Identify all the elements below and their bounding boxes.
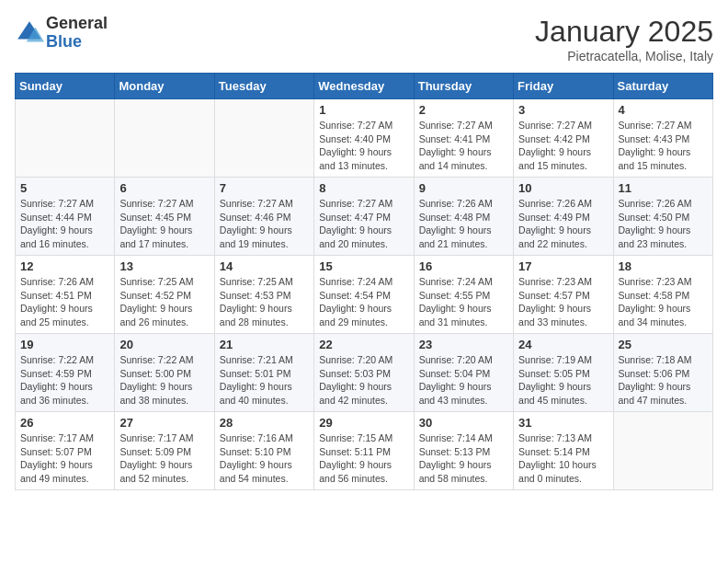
- weekday-header-tuesday: Tuesday: [214, 74, 313, 99]
- calendar-day-cell: 20Sunrise: 7:22 AM Sunset: 5:00 PM Dayli…: [115, 334, 214, 412]
- day-number: 1: [319, 103, 408, 117]
- day-info: Sunrise: 7:27 AM Sunset: 4:40 PM Dayligh…: [319, 119, 408, 173]
- calendar-day-cell: 7Sunrise: 7:27 AM Sunset: 4:46 PM Daylig…: [214, 178, 313, 256]
- day-number: 26: [20, 416, 109, 430]
- logo-icon: [15, 18, 44, 48]
- day-number: 20: [119, 338, 209, 351]
- day-number: 12: [20, 259, 109, 273]
- logo-general: General: [46, 15, 108, 33]
- calendar-day-cell: 1Sunrise: 7:27 AM Sunset: 4:40 PM Daylig…: [314, 99, 414, 178]
- day-number: 7: [220, 181, 309, 195]
- calendar-day-cell: 31Sunrise: 7:13 AM Sunset: 5:14 PM Dayli…: [514, 412, 613, 490]
- day-number: 23: [419, 338, 508, 351]
- calendar-day-cell: 28Sunrise: 7:16 AM Sunset: 5:10 PM Dayli…: [214, 412, 313, 490]
- day-number: 15: [319, 259, 408, 273]
- calendar-day-cell: 19Sunrise: 7:22 AM Sunset: 4:59 PM Dayli…: [16, 334, 115, 412]
- day-info: Sunrise: 7:13 AM Sunset: 5:14 PM Dayligh…: [518, 431, 608, 486]
- day-info: Sunrise: 7:23 AM Sunset: 4:58 PM Dayligh…: [619, 275, 708, 329]
- calendar-day-cell: 15Sunrise: 7:24 AM Sunset: 4:54 PM Dayli…: [314, 256, 414, 334]
- day-info: Sunrise: 7:27 AM Sunset: 4:45 PM Dayligh…: [119, 197, 209, 251]
- day-number: 2: [419, 103, 508, 117]
- day-info: Sunrise: 7:20 AM Sunset: 5:04 PM Dayligh…: [419, 353, 508, 408]
- weekday-header-friday: Friday: [514, 74, 613, 99]
- calendar-day-cell: 24Sunrise: 7:19 AM Sunset: 5:05 PM Dayli…: [514, 334, 613, 412]
- calendar-day-cell: 3Sunrise: 7:27 AM Sunset: 4:42 PM Daylig…: [514, 99, 613, 178]
- day-number: 24: [518, 338, 608, 351]
- calendar-week-row: 19Sunrise: 7:22 AM Sunset: 4:59 PM Dayli…: [16, 334, 713, 412]
- day-info: Sunrise: 7:24 AM Sunset: 4:54 PM Dayligh…: [319, 275, 408, 329]
- day-info: Sunrise: 7:27 AM Sunset: 4:46 PM Dayligh…: [220, 197, 309, 251]
- calendar-day-cell: 9Sunrise: 7:26 AM Sunset: 4:48 PM Daylig…: [414, 178, 513, 256]
- calendar-day-cell: 22Sunrise: 7:20 AM Sunset: 5:03 PM Dayli…: [314, 334, 414, 412]
- calendar-day-cell: 29Sunrise: 7:15 AM Sunset: 5:11 PM Dayli…: [314, 412, 414, 490]
- calendar-table: SundayMondayTuesdayWednesdayThursdayFrid…: [15, 73, 713, 490]
- day-number: 22: [319, 338, 408, 351]
- day-number: 4: [619, 103, 708, 117]
- day-number: 16: [419, 259, 508, 273]
- day-number: 18: [619, 259, 708, 273]
- day-number: 14: [220, 259, 309, 273]
- page-header: General Blue January 2025 Pietracatella,…: [15, 15, 713, 63]
- location-subtitle: Pietracatella, Molise, Italy: [535, 49, 713, 63]
- day-number: 3: [518, 103, 608, 117]
- day-info: Sunrise: 7:27 AM Sunset: 4:43 PM Dayligh…: [619, 119, 708, 173]
- calendar-day-cell: [613, 412, 712, 490]
- day-info: Sunrise: 7:23 AM Sunset: 4:57 PM Dayligh…: [518, 275, 608, 329]
- calendar-day-cell: 18Sunrise: 7:23 AM Sunset: 4:58 PM Dayli…: [613, 256, 712, 334]
- day-info: Sunrise: 7:27 AM Sunset: 4:47 PM Dayligh…: [319, 197, 408, 251]
- day-number: 28: [220, 416, 309, 430]
- day-info: Sunrise: 7:25 AM Sunset: 4:53 PM Dayligh…: [220, 275, 309, 329]
- day-number: 31: [518, 416, 608, 430]
- day-info: Sunrise: 7:25 AM Sunset: 4:52 PM Dayligh…: [119, 275, 209, 329]
- day-number: 27: [119, 416, 209, 430]
- day-info: Sunrise: 7:22 AM Sunset: 5:00 PM Dayligh…: [119, 353, 209, 408]
- day-info: Sunrise: 7:27 AM Sunset: 4:42 PM Dayligh…: [518, 119, 608, 173]
- calendar-day-cell: 23Sunrise: 7:20 AM Sunset: 5:04 PM Dayli…: [414, 334, 513, 412]
- weekday-header-saturday: Saturday: [613, 74, 712, 99]
- day-info: Sunrise: 7:26 AM Sunset: 4:51 PM Dayligh…: [20, 275, 109, 329]
- day-info: Sunrise: 7:27 AM Sunset: 4:41 PM Dayligh…: [419, 119, 508, 173]
- day-info: Sunrise: 7:17 AM Sunset: 5:07 PM Dayligh…: [20, 431, 109, 486]
- logo: General Blue: [15, 15, 108, 52]
- title-block: January 2025 Pietracatella, Molise, Ital…: [535, 15, 713, 63]
- day-info: Sunrise: 7:21 AM Sunset: 5:01 PM Dayligh…: [220, 353, 309, 408]
- calendar-day-cell: 12Sunrise: 7:26 AM Sunset: 4:51 PM Dayli…: [16, 256, 115, 334]
- day-number: 30: [419, 416, 508, 430]
- weekday-header-thursday: Thursday: [414, 74, 513, 99]
- day-info: Sunrise: 7:16 AM Sunset: 5:10 PM Dayligh…: [220, 431, 309, 486]
- day-info: Sunrise: 7:20 AM Sunset: 5:03 PM Dayligh…: [319, 353, 408, 408]
- calendar-day-cell: 14Sunrise: 7:25 AM Sunset: 4:53 PM Dayli…: [214, 256, 313, 334]
- calendar-week-row: 12Sunrise: 7:26 AM Sunset: 4:51 PM Dayli…: [16, 256, 713, 334]
- weekday-header-wednesday: Wednesday: [314, 74, 414, 99]
- calendar-day-cell: 8Sunrise: 7:27 AM Sunset: 4:47 PM Daylig…: [314, 178, 414, 256]
- day-number: 10: [518, 181, 608, 195]
- day-number: 8: [319, 181, 408, 195]
- day-number: 11: [619, 181, 708, 195]
- day-number: 21: [220, 338, 309, 351]
- calendar-day-cell: [214, 99, 313, 178]
- calendar-day-cell: 21Sunrise: 7:21 AM Sunset: 5:01 PM Dayli…: [214, 334, 313, 412]
- calendar-week-row: 5Sunrise: 7:27 AM Sunset: 4:44 PM Daylig…: [16, 178, 713, 256]
- calendar-day-cell: 13Sunrise: 7:25 AM Sunset: 4:52 PM Dayli…: [115, 256, 214, 334]
- day-info: Sunrise: 7:26 AM Sunset: 4:49 PM Dayligh…: [518, 197, 608, 251]
- day-number: 13: [119, 259, 209, 273]
- day-number: 9: [419, 181, 508, 195]
- month-title: January 2025: [535, 15, 713, 49]
- calendar-day-cell: 30Sunrise: 7:14 AM Sunset: 5:13 PM Dayli…: [414, 412, 513, 490]
- day-info: Sunrise: 7:18 AM Sunset: 5:06 PM Dayligh…: [619, 353, 708, 408]
- calendar-week-row: 26Sunrise: 7:17 AM Sunset: 5:07 PM Dayli…: [16, 412, 713, 490]
- calendar-day-cell: 5Sunrise: 7:27 AM Sunset: 4:44 PM Daylig…: [16, 178, 115, 256]
- day-info: Sunrise: 7:26 AM Sunset: 4:50 PM Dayligh…: [619, 197, 708, 251]
- calendar-day-cell: 26Sunrise: 7:17 AM Sunset: 5:07 PM Dayli…: [16, 412, 115, 490]
- calendar-day-cell: 11Sunrise: 7:26 AM Sunset: 4:50 PM Dayli…: [613, 178, 712, 256]
- day-number: 5: [20, 181, 109, 195]
- day-number: 29: [319, 416, 408, 430]
- calendar-day-cell: 2Sunrise: 7:27 AM Sunset: 4:41 PM Daylig…: [414, 99, 513, 178]
- calendar-day-cell: 25Sunrise: 7:18 AM Sunset: 5:06 PM Dayli…: [613, 334, 712, 412]
- calendar-day-cell: 16Sunrise: 7:24 AM Sunset: 4:55 PM Dayli…: [414, 256, 513, 334]
- calendar-day-cell: 4Sunrise: 7:27 AM Sunset: 4:43 PM Daylig…: [613, 99, 712, 178]
- day-info: Sunrise: 7:19 AM Sunset: 5:05 PM Dayligh…: [518, 353, 608, 408]
- calendar-day-cell: [16, 99, 115, 178]
- calendar-day-cell: 6Sunrise: 7:27 AM Sunset: 4:45 PM Daylig…: [115, 178, 214, 256]
- day-info: Sunrise: 7:17 AM Sunset: 5:09 PM Dayligh…: [119, 431, 209, 486]
